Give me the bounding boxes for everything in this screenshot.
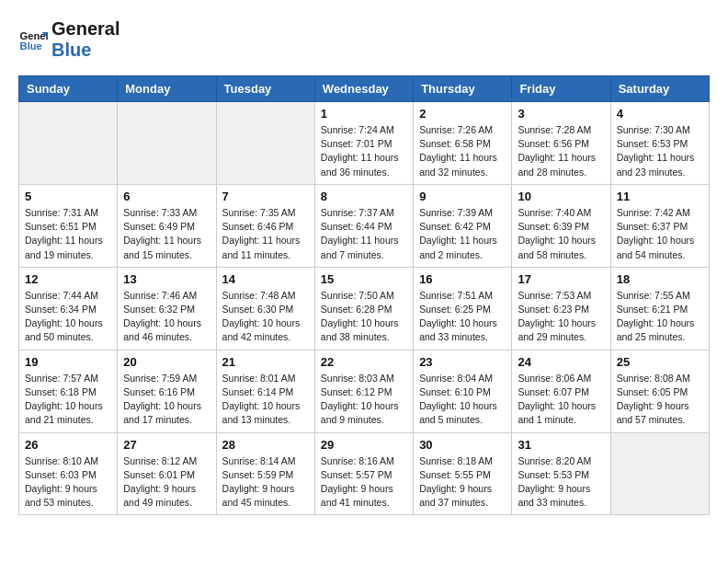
calendar-week-row: 19Sunrise: 7:57 AM Sunset: 6:18 PM Dayli… bbox=[19, 350, 710, 432]
calendar-week-row: 26Sunrise: 8:10 AM Sunset: 6:03 PM Dayli… bbox=[19, 432, 710, 515]
weekday-header-sunday: Sunday bbox=[19, 76, 118, 102]
calendar-cell: 7Sunrise: 7:35 AM Sunset: 6:46 PM Daylig… bbox=[216, 184, 314, 267]
day-info: Sunrise: 7:35 AM Sunset: 6:46 PM Dayligh… bbox=[222, 206, 309, 262]
day-info: Sunrise: 7:26 AM Sunset: 6:58 PM Dayligh… bbox=[419, 123, 506, 179]
calendar-week-row: 5Sunrise: 7:31 AM Sunset: 6:51 PM Daylig… bbox=[19, 184, 710, 267]
day-info: Sunrise: 8:03 AM Sunset: 6:12 PM Dayligh… bbox=[321, 372, 407, 428]
day-info: Sunrise: 8:08 AM Sunset: 6:05 PM Dayligh… bbox=[617, 372, 703, 428]
calendar-week-row: 12Sunrise: 7:44 AM Sunset: 6:34 PM Dayli… bbox=[19, 267, 710, 350]
day-info: Sunrise: 7:39 AM Sunset: 6:42 PM Dayligh… bbox=[419, 206, 506, 262]
calendar-cell: 11Sunrise: 7:42 AM Sunset: 6:37 PM Dayli… bbox=[610, 184, 709, 267]
day-number: 18 bbox=[617, 272, 703, 286]
calendar-cell: 4Sunrise: 7:30 AM Sunset: 6:53 PM Daylig… bbox=[610, 102, 709, 185]
calendar-cell: 16Sunrise: 7:51 AM Sunset: 6:25 PM Dayli… bbox=[414, 267, 512, 350]
weekday-header-wednesday: Wednesday bbox=[314, 76, 413, 102]
calendar-cell: 15Sunrise: 7:50 AM Sunset: 6:28 PM Dayli… bbox=[314, 267, 413, 350]
day-info: Sunrise: 7:33 AM Sunset: 6:49 PM Dayligh… bbox=[123, 206, 210, 262]
day-info: Sunrise: 8:06 AM Sunset: 6:07 PM Dayligh… bbox=[518, 372, 604, 428]
calendar-cell bbox=[610, 432, 709, 515]
calendar-cell: 27Sunrise: 8:12 AM Sunset: 6:01 PM Dayli… bbox=[118, 432, 216, 515]
calendar-cell: 28Sunrise: 8:14 AM Sunset: 5:59 PM Dayli… bbox=[216, 432, 314, 515]
day-info: Sunrise: 8:20 AM Sunset: 5:53 PM Dayligh… bbox=[518, 454, 604, 511]
calendar-cell: 29Sunrise: 8:16 AM Sunset: 5:57 PM Dayli… bbox=[314, 432, 413, 515]
calendar-cell: 17Sunrise: 7:53 AM Sunset: 6:23 PM Dayli… bbox=[512, 267, 610, 350]
day-number: 27 bbox=[123, 438, 210, 452]
day-number: 8 bbox=[321, 190, 407, 203]
day-number: 11 bbox=[617, 190, 703, 203]
day-info: Sunrise: 7:24 AM Sunset: 7:01 PM Dayligh… bbox=[321, 123, 407, 179]
day-number: 31 bbox=[518, 438, 604, 452]
day-number: 16 bbox=[419, 272, 506, 286]
calendar-cell: 25Sunrise: 8:08 AM Sunset: 6:05 PM Dayli… bbox=[610, 350, 709, 432]
calendar-cell: 1Sunrise: 7:24 AM Sunset: 7:01 PM Daylig… bbox=[314, 102, 413, 185]
day-info: Sunrise: 7:53 AM Sunset: 6:23 PM Dayligh… bbox=[518, 289, 604, 345]
logo-icon: General Blue bbox=[18, 25, 48, 54]
day-number: 25 bbox=[617, 355, 703, 369]
day-info: Sunrise: 8:18 AM Sunset: 5:55 PM Dayligh… bbox=[419, 454, 506, 511]
calendar-cell: 5Sunrise: 7:31 AM Sunset: 6:51 PM Daylig… bbox=[19, 184, 118, 267]
day-info: Sunrise: 7:40 AM Sunset: 6:39 PM Dayligh… bbox=[518, 206, 604, 262]
day-number: 14 bbox=[222, 272, 309, 286]
day-number: 23 bbox=[419, 355, 506, 369]
day-info: Sunrise: 7:57 AM Sunset: 6:18 PM Dayligh… bbox=[25, 372, 111, 428]
day-number: 3 bbox=[518, 107, 604, 121]
calendar-cell: 3Sunrise: 7:28 AM Sunset: 6:56 PM Daylig… bbox=[512, 102, 610, 185]
day-number: 22 bbox=[321, 355, 407, 369]
day-info: Sunrise: 7:44 AM Sunset: 6:34 PM Dayligh… bbox=[25, 289, 111, 345]
day-number: 15 bbox=[321, 272, 407, 286]
day-info: Sunrise: 7:51 AM Sunset: 6:25 PM Dayligh… bbox=[419, 289, 506, 345]
day-number: 13 bbox=[123, 272, 210, 286]
weekday-header-thursday: Thursday bbox=[414, 76, 512, 102]
calendar-cell: 14Sunrise: 7:48 AM Sunset: 6:30 PM Dayli… bbox=[216, 267, 314, 350]
calendar-cell: 26Sunrise: 8:10 AM Sunset: 6:03 PM Dayli… bbox=[19, 432, 118, 515]
calendar-cell: 9Sunrise: 7:39 AM Sunset: 6:42 PM Daylig… bbox=[414, 184, 512, 267]
logo-text-general: General bbox=[51, 18, 119, 40]
day-info: Sunrise: 7:50 AM Sunset: 6:28 PM Dayligh… bbox=[321, 289, 407, 345]
day-info: Sunrise: 7:59 AM Sunset: 6:16 PM Dayligh… bbox=[123, 372, 210, 428]
calendar-cell: 21Sunrise: 8:01 AM Sunset: 6:14 PM Dayli… bbox=[216, 350, 314, 432]
day-number: 19 bbox=[25, 355, 111, 369]
day-number: 20 bbox=[123, 355, 210, 369]
calendar-table: SundayMondayTuesdayWednesdayThursdayFrid… bbox=[18, 75, 710, 515]
calendar-cell: 24Sunrise: 8:06 AM Sunset: 6:07 PM Dayli… bbox=[512, 350, 610, 432]
weekday-header-monday: Monday bbox=[118, 76, 216, 102]
calendar-cell: 20Sunrise: 7:59 AM Sunset: 6:16 PM Dayli… bbox=[118, 350, 216, 432]
calendar-cell: 12Sunrise: 7:44 AM Sunset: 6:34 PM Dayli… bbox=[19, 267, 118, 350]
day-info: Sunrise: 7:42 AM Sunset: 6:37 PM Dayligh… bbox=[617, 206, 703, 262]
day-info: Sunrise: 8:14 AM Sunset: 5:59 PM Dayligh… bbox=[222, 454, 309, 511]
day-number: 5 bbox=[25, 190, 111, 203]
day-number: 17 bbox=[518, 272, 604, 286]
day-info: Sunrise: 8:04 AM Sunset: 6:10 PM Dayligh… bbox=[419, 372, 506, 428]
calendar-cell: 30Sunrise: 8:18 AM Sunset: 5:55 PM Dayli… bbox=[414, 432, 512, 515]
day-number: 7 bbox=[222, 190, 309, 203]
calendar-cell: 10Sunrise: 7:40 AM Sunset: 6:39 PM Dayli… bbox=[512, 184, 610, 267]
day-info: Sunrise: 7:37 AM Sunset: 6:44 PM Dayligh… bbox=[321, 206, 407, 262]
weekday-header-friday: Friday bbox=[512, 76, 610, 102]
day-info: Sunrise: 7:31 AM Sunset: 6:51 PM Dayligh… bbox=[25, 206, 111, 262]
day-number: 2 bbox=[419, 107, 506, 121]
calendar-cell: 22Sunrise: 8:03 AM Sunset: 6:12 PM Dayli… bbox=[314, 350, 413, 432]
logo: General Blue General Blue bbox=[18, 18, 119, 61]
calendar-cell: 23Sunrise: 8:04 AM Sunset: 6:10 PM Dayli… bbox=[414, 350, 512, 432]
calendar-cell: 31Sunrise: 8:20 AM Sunset: 5:53 PM Dayli… bbox=[512, 432, 610, 515]
calendar-cell: 6Sunrise: 7:33 AM Sunset: 6:49 PM Daylig… bbox=[118, 184, 216, 267]
day-number: 28 bbox=[222, 438, 309, 452]
logo-text-blue: Blue bbox=[51, 40, 119, 61]
day-info: Sunrise: 8:16 AM Sunset: 5:57 PM Dayligh… bbox=[321, 454, 407, 511]
calendar-cell: 19Sunrise: 7:57 AM Sunset: 6:18 PM Dayli… bbox=[19, 350, 118, 432]
calendar-cell: 8Sunrise: 7:37 AM Sunset: 6:44 PM Daylig… bbox=[314, 184, 413, 267]
day-info: Sunrise: 8:01 AM Sunset: 6:14 PM Dayligh… bbox=[222, 372, 309, 428]
day-info: Sunrise: 7:55 AM Sunset: 6:21 PM Dayligh… bbox=[617, 289, 703, 345]
day-info: Sunrise: 7:48 AM Sunset: 6:30 PM Dayligh… bbox=[222, 289, 309, 345]
day-number: 10 bbox=[518, 190, 604, 203]
day-info: Sunrise: 8:10 AM Sunset: 6:03 PM Dayligh… bbox=[25, 454, 111, 511]
day-number: 1 bbox=[321, 107, 407, 121]
svg-text:General: General bbox=[20, 30, 48, 41]
day-number: 9 bbox=[419, 190, 506, 203]
day-number: 29 bbox=[321, 438, 407, 452]
day-number: 12 bbox=[25, 272, 111, 286]
calendar-cell: 18Sunrise: 7:55 AM Sunset: 6:21 PM Dayli… bbox=[610, 267, 709, 350]
day-info: Sunrise: 8:12 AM Sunset: 6:01 PM Dayligh… bbox=[123, 454, 210, 511]
day-info: Sunrise: 7:30 AM Sunset: 6:53 PM Dayligh… bbox=[617, 123, 703, 179]
calendar-week-row: 1Sunrise: 7:24 AM Sunset: 7:01 PM Daylig… bbox=[19, 102, 710, 185]
